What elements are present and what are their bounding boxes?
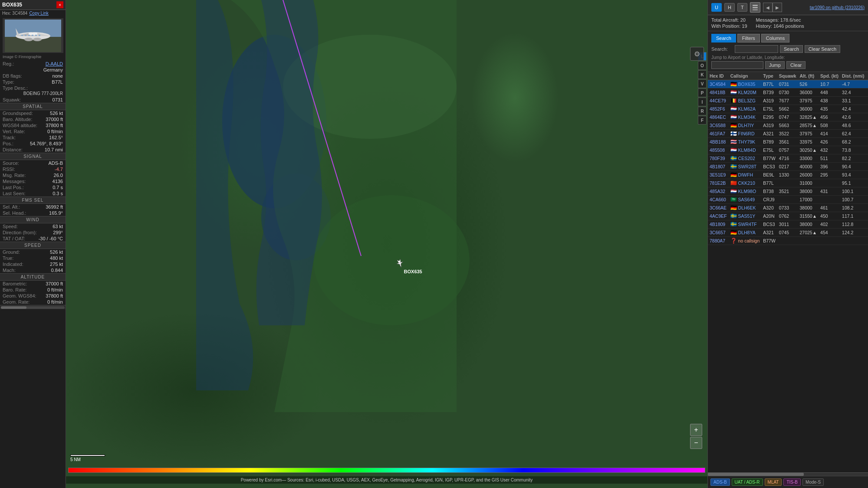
cell-hex: 4CA660 <box>708 196 729 204</box>
typedesc-row: Type Desc.: <box>0 85 66 91</box>
zoom-in-button[interactable]: + <box>690 424 702 436</box>
table-row[interactable]: 3C66AE 🇩🇪 DLH6EK A320 0733 38000 461 108… <box>708 204 868 212</box>
col-squawk[interactable]: Squawk <box>777 72 798 80</box>
cell-hex: 3E51E9 <box>708 171 729 179</box>
signal-section-header: SIGNAL <box>0 153 66 160</box>
speed-section-header: SPEED <box>0 242 66 249</box>
tab-columns[interactable]: Columns <box>761 34 789 43</box>
table-row[interactable]: 3C6588 🇩🇪 DLH7IY A319 5663 28575▲ 508 48… <box>708 121 868 130</box>
jump-input[interactable] <box>711 61 763 69</box>
table-row[interactable]: 4B1807 🇸🇪 SWR28T BCS3 0217 40000 396 90.… <box>708 163 868 171</box>
col-dist[interactable]: Dist. (nmi) <box>840 72 866 80</box>
cell-spd: 396 <box>819 163 840 171</box>
wind-section-header: WIND <box>0 216 66 223</box>
horizontal-scrollbar[interactable] <box>708 472 868 476</box>
panel-nav-k[interactable]: K <box>698 70 707 79</box>
legend-adsb[interactable]: ADS-B <box>710 478 730 486</box>
cell-rssi: -21.9 <box>866 220 868 229</box>
cell-dist: 82.2 <box>840 154 866 163</box>
table-row[interactable]: 780F39 🇸🇪 CES202 B77W 4716 33000 511 82.… <box>708 154 868 163</box>
col-rssi[interactable]: RSSI <box>866 72 868 80</box>
cell-hex: 485508 <box>708 146 729 154</box>
table-row[interactable]: 485A32 🇳🇱 KLM98O B738 3521 38000 431 100… <box>708 187 868 196</box>
cell-type: A321 <box>761 229 777 237</box>
cell-alt: 33975 <box>798 138 819 146</box>
h-button[interactable]: H <box>724 3 735 12</box>
panel-nav-o[interactable]: O <box>698 61 707 70</box>
map-style-button[interactable] <box>750 2 760 13</box>
panel-nav-i[interactable]: I <box>698 98 707 106</box>
panel-nav-r[interactable]: R <box>698 107 707 115</box>
table-row[interactable]: 4AC9EF 🇸🇪 SAS51Y A20N 0762 31550▲ 450 11… <box>708 212 868 220</box>
nav-prev-button[interactable]: ◀ <box>763 3 773 12</box>
fms-section-header: FMS SEL <box>0 197 66 204</box>
table-row[interactable]: 4BB188 🇹🇭 THY79K B789 3561 33975 426 68.… <box>708 138 868 146</box>
u-button[interactable]: U <box>711 3 722 12</box>
legend-mlat[interactable]: MLAT <box>765 478 782 486</box>
table-row[interactable]: 48418B 🇳🇱 KLM20M B739 0730 36000 448 32.… <box>708 88 868 97</box>
table-row[interactable]: 4CA660 🇸🇦 SAS649 CRJ9 17000 100.7 -26.5 <box>708 196 868 204</box>
github-link[interactable]: tar1090 on github (2310226) <box>810 5 865 10</box>
t-button[interactable]: T <box>737 3 747 12</box>
table-row[interactable]: 4852F6 🇳🇱 KLM62A E75L 5662 36000 435 42.… <box>708 105 868 113</box>
search-tabs: Search Filters Columns <box>711 34 865 43</box>
clear-jump-button[interactable]: Clear <box>786 61 806 69</box>
typedesc-label: Type Desc.: <box>3 85 28 91</box>
table-row[interactable]: 3C4584 🇩🇪 BOX635 B77L 0731 526 10.7 -4.7 <box>708 80 868 88</box>
col-alt[interactable]: Alt. (ft) <box>798 72 819 80</box>
aircraft-thumbnail <box>5 20 61 52</box>
left-panel-scrollbar[interactable] <box>0 305 66 309</box>
panel-nav-p[interactable]: P <box>698 88 707 97</box>
table-row[interactable]: 7880A7 ❓ no callsign B77W -27.? <box>708 237 868 245</box>
col-callsign[interactable]: Callsign <box>729 72 762 80</box>
aircraft-stats: Total Aircraft: 20 With Position: 19 <box>711 17 747 29</box>
cell-squawk: 0731 <box>777 80 798 88</box>
cell-hex: 48418B <box>708 88 729 97</box>
col-spd[interactable]: Spd. (kt) <box>819 72 840 80</box>
clear-search-button[interactable]: Clear Search <box>805 45 840 53</box>
map-area[interactable]: BOX635 + − 5 NM Powered by Esri.com— Sou… <box>66 0 707 488</box>
zoom-out-button[interactable]: − <box>690 437 702 449</box>
jump-button[interactable]: Jump <box>765 61 785 69</box>
aircraft-table-container[interactable]: Hex ID Callsign Type Squawk Alt. (ft) Sp… <box>708 72 868 472</box>
table-row[interactable]: 461FA7 🇫🇮 FIN6RD A321 3522 37975 414 62.… <box>708 130 868 138</box>
panel-nav-v[interactable]: V <box>698 79 707 88</box>
legend-tisb[interactable]: TIS-B <box>783 478 801 486</box>
col-hex[interactable]: Hex ID <box>708 72 729 80</box>
legend-uat[interactable]: UAT / ADS-R <box>732 478 763 486</box>
col-type[interactable]: Type <box>761 72 777 80</box>
legend-modes[interactable]: Mode-S <box>802 478 824 486</box>
table-row[interactable]: 3C6657 🇩🇪 DLH8YA A321 0745 27025▲ 454 12… <box>708 229 868 237</box>
search-input[interactable] <box>735 45 778 53</box>
svg-rect-7 <box>21 35 23 36</box>
tab-search[interactable]: Search <box>711 34 736 43</box>
settings-gear-button[interactable]: ⚙ <box>690 47 704 61</box>
table-row[interactable]: 4864EC 🇳🇱 KLM34K E295 0747 32825▲ 456 42… <box>708 113 868 121</box>
scale-label: 5 NM <box>70 457 81 462</box>
nav-next-button[interactable]: ▶ <box>773 3 782 12</box>
cell-type: E75L <box>761 146 777 154</box>
cell-spd: 461 <box>819 204 840 212</box>
cell-rssi: -24.6 <box>866 154 868 163</box>
cell-alt <box>798 237 819 245</box>
copy-link-button[interactable]: Copy Link <box>29 11 48 16</box>
right-panel: U H T ◀ ▶ tar1090 on github (2310226) To… <box>707 0 868 488</box>
history: History: 1646 positions <box>756 23 804 29</box>
cell-spd: 438 <box>819 97 840 105</box>
cell-flag-callsign: 🇨🇳 CKK210 <box>729 179 762 187</box>
table-row[interactable]: 485508 🇳🇱 KLM84D E75L 0757 30250▲ 432 73… <box>708 146 868 154</box>
reg-value[interactable]: D-AALD <box>46 61 63 66</box>
scale-bar: 5 NM <box>70 455 105 462</box>
table-row[interactable]: 781E2B 🇨🇳 CKK210 B77L 31000 95.1 -25.8 <box>708 179 868 187</box>
cell-flag-callsign: 🇳🇱 KLM62A <box>729 105 762 113</box>
table-row[interactable]: 4B1809 🇸🇪 SWR4TF BCS3 3011 38000 402 112… <box>708 220 868 229</box>
table-row[interactable]: 3E51E9 🇩🇪 DIWFH BE9L 1330 26000 295 93.4… <box>708 171 868 179</box>
tab-filters[interactable]: Filters <box>737 34 760 43</box>
close-button[interactable]: × <box>56 1 63 8</box>
search-button[interactable]: Search <box>780 45 803 53</box>
cell-alt: 38000 <box>798 187 819 196</box>
cell-squawk: 0757 <box>777 146 798 154</box>
cell-squawk: 5663 <box>777 121 798 130</box>
panel-nav-f[interactable]: F <box>698 116 707 124</box>
table-row[interactable]: 44CE79 🇧🇪 BEL3ZG A319 7677 37975 438 33.… <box>708 97 868 105</box>
